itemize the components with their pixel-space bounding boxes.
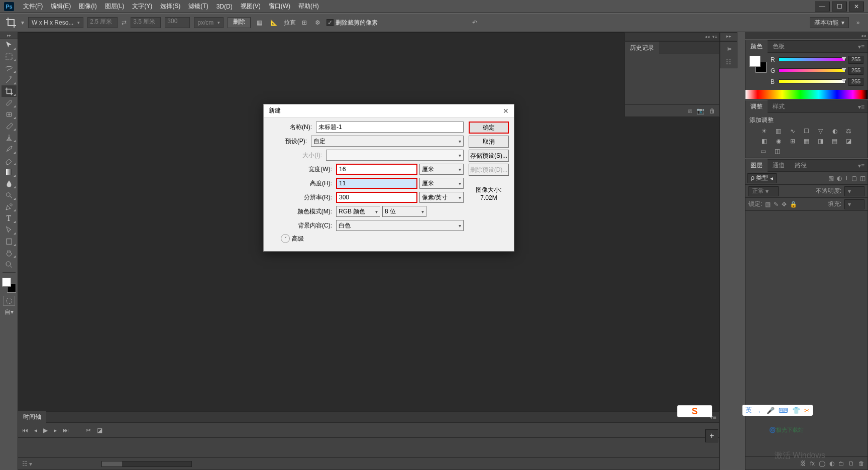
cancel-button[interactable]: 取消 (469, 136, 509, 148)
path-selection-tool[interactable] (2, 224, 17, 236)
color-swatches[interactable] (2, 278, 16, 293)
channel-mixer-icon[interactable]: ⊞ (788, 138, 797, 145)
ime-toolbox-icon[interactable]: ✂ (804, 407, 810, 414)
photo-filter-icon[interactable]: ◉ (774, 138, 783, 145)
name-input[interactable] (316, 122, 464, 133)
crop-resolution-input[interactable]: 300 (165, 17, 190, 28)
selective-color-icon[interactable]: ◫ (773, 148, 782, 155)
bw-icon[interactable]: ◧ (760, 138, 769, 145)
eraser-tool[interactable] (2, 155, 17, 166)
rectangle-tool[interactable] (2, 236, 17, 247)
g-value[interactable]: 255 (848, 67, 863, 75)
next-frame-icon[interactable]: ▸ (54, 427, 57, 434)
lock-position-icon[interactable]: ✥ (782, 201, 787, 208)
posterize-icon[interactable]: ▤ (830, 138, 839, 145)
collapse-icon[interactable]: » (853, 19, 863, 26)
blur-tool[interactable] (2, 178, 17, 189)
ok-button[interactable]: 确定 (469, 122, 509, 134)
panel-fg-swatch[interactable] (749, 56, 761, 67)
panel-color-swatches[interactable] (749, 56, 767, 73)
marquee-tool[interactable] (2, 51, 17, 62)
dodge-tool[interactable] (2, 189, 17, 201)
layer-filter-dropdown[interactable]: ρ 类型 ◂ (747, 173, 777, 183)
lasso-tool[interactable] (2, 62, 17, 74)
opacity-dropdown[interactable]: ▾ (844, 186, 864, 196)
preset-dropdown[interactable]: 自定 (311, 136, 464, 147)
filter-adjust-icon[interactable]: ◐ (837, 175, 842, 182)
bit-depth-dropdown[interactable]: 8 位 (382, 206, 426, 217)
character-panel-icon[interactable]: ⊫ (726, 46, 731, 53)
r-value[interactable]: 255 (848, 56, 863, 64)
reset-icon[interactable]: ↶ (472, 19, 477, 26)
new-snapshot-icon[interactable]: ⎚ (688, 107, 692, 114)
menu-window[interactable]: 窗口(W) (265, 0, 294, 13)
clear-button[interactable]: 删除 (228, 17, 251, 28)
tab-adjustments[interactable]: 调整 (745, 100, 768, 113)
zoom-tool[interactable] (2, 259, 17, 270)
tab-swatches[interactable]: 色板 (768, 40, 790, 53)
resolution-input[interactable] (336, 192, 417, 203)
panel-menu-icon[interactable]: ▾≡ (855, 43, 867, 50)
ime-skin-icon[interactable]: 👕 (792, 407, 800, 414)
height-unit-dropdown[interactable]: 厘米 (419, 178, 464, 189)
filter-shape-icon[interactable]: ▢ (851, 175, 857, 182)
workspace-dropdown[interactable]: 基本功能▾ (810, 17, 849, 28)
paragraph-panel-icon[interactable]: ☷ (726, 59, 731, 66)
b-value[interactable]: 255 (848, 78, 863, 86)
maximize-button[interactable]: ☐ (832, 2, 847, 12)
type-tool[interactable]: T (2, 212, 17, 224)
resolution-unit-dropdown[interactable]: 像素/英寸 (419, 192, 464, 203)
r-slider[interactable] (779, 57, 845, 62)
right-dock-collapse[interactable]: ◂◂ (745, 32, 868, 39)
g-slider[interactable] (779, 68, 845, 73)
levels-icon[interactable]: ▥ (774, 128, 783, 135)
width-unit-dropdown[interactable]: 厘米 (419, 164, 464, 175)
goto-last-icon[interactable]: ⏭ (63, 427, 69, 434)
background-dropdown[interactable]: 白色 (336, 220, 464, 231)
tab-color[interactable]: 颜色 (745, 40, 768, 53)
history-brush-tool[interactable] (2, 143, 17, 155)
ime-voice-icon[interactable]: 🎤 (767, 407, 775, 414)
tab-layers[interactable]: 图层 (745, 159, 768, 172)
lock-paint-icon[interactable]: ✎ (774, 201, 779, 208)
filter-smart-icon[interactable]: ◫ (860, 175, 865, 182)
advanced-toggle-icon[interactable]: ˅ (281, 234, 290, 243)
gradient-map-icon[interactable]: ▭ (758, 148, 768, 155)
menu-3d[interactable]: 3D(D) (212, 1, 237, 12)
color-spectrum[interactable] (745, 90, 867, 99)
menu-type[interactable]: 文字(Y) (128, 0, 156, 13)
gear-icon[interactable]: ⚙ (313, 19, 322, 26)
toolbar-grip[interactable]: ▸▸ (0, 32, 18, 39)
height-input[interactable] (336, 178, 417, 189)
eyedropper-tool[interactable] (2, 97, 17, 108)
tab-styles[interactable]: 样式 (768, 100, 790, 113)
advanced-label[interactable]: 高级 (292, 234, 304, 243)
b-slider[interactable] (779, 79, 845, 84)
menu-image[interactable]: 图像(I) (75, 0, 100, 13)
move-tool[interactable] (2, 39, 17, 51)
crop-options-icon[interactable]: ⊞ (300, 19, 309, 26)
ime-keyboard-icon[interactable]: ⌨ (779, 407, 788, 414)
menu-layer[interactable]: 图层(L) (101, 0, 129, 13)
lock-all-icon[interactable]: 🔒 (790, 201, 797, 208)
fill-dropdown[interactable]: ▾ (844, 199, 864, 209)
pen-tool[interactable] (2, 201, 17, 212)
minimize-button[interactable]: — (815, 2, 830, 12)
vibrance-icon[interactable]: ▽ (816, 128, 825, 135)
new-group-icon[interactable]: 🗀 (838, 460, 844, 467)
menu-file[interactable]: 文件(F) (19, 0, 47, 13)
add-media-button[interactable]: + (705, 429, 718, 442)
menu-filter[interactable]: 滤镜(T) (184, 0, 212, 13)
trash-icon[interactable]: 🗑 (709, 107, 715, 114)
hand-tool[interactable] (2, 247, 17, 259)
overlay-grid-icon[interactable]: ▦ (255, 19, 264, 26)
width-input[interactable] (336, 164, 417, 175)
close-button[interactable]: ✕ (849, 2, 864, 12)
clone-stamp-tool[interactable] (2, 132, 17, 143)
threshold-icon[interactable]: ◪ (844, 138, 853, 145)
lock-transparent-icon[interactable]: ▧ (765, 201, 771, 208)
filter-pixel-icon[interactable]: ▧ (828, 175, 834, 182)
foreground-color-swatch[interactable] (2, 278, 11, 287)
panel-menu-icon[interactable]: ▾≡ (855, 162, 867, 169)
gradient-tool[interactable] (2, 166, 17, 178)
